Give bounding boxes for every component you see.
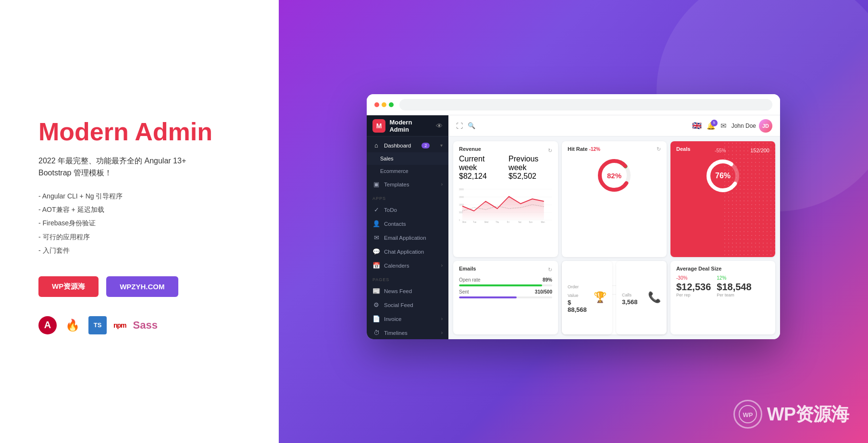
order-value: $ 88,568 bbox=[568, 299, 590, 313]
chevron-right-icon-cal: › bbox=[441, 263, 443, 268]
sidebar-header: M Modern Admin 👁 bbox=[367, 115, 448, 136]
avg-deal-pct-2: 12% bbox=[717, 275, 751, 281]
sent-label: Sent bbox=[459, 289, 469, 295]
angular-icon: A bbox=[38, 316, 57, 334]
sidebar-item-chat[interactable]: 💬 Chat Application bbox=[367, 245, 448, 258]
sidebar-label-chat: Chat Application bbox=[384, 249, 424, 255]
svg-text:15000: 15000 bbox=[459, 196, 464, 198]
sidebar-label-dashboard: Dashboard bbox=[384, 143, 411, 148]
avg-deal-label-2: Per team bbox=[717, 293, 751, 297]
svg-text:5000: 5000 bbox=[459, 211, 463, 214]
watermark: WP WP资源海 bbox=[733, 400, 849, 429]
sidebar-item-sales[interactable]: Sales bbox=[367, 152, 448, 165]
sidebar-item-contacts[interactable]: 👤 Contacts bbox=[367, 217, 448, 231]
avg-deal-label-1: Per rep bbox=[676, 293, 711, 297]
wp-button[interactable]: WP资源海 bbox=[38, 276, 99, 297]
sidebar-item-todo[interactable]: ✓ ToDo bbox=[367, 203, 448, 217]
left-panel: Modern Admin 2022 年最完整、功能最齐全的 Angular 13… bbox=[0, 0, 279, 443]
svg-text:10000: 10000 bbox=[459, 203, 464, 206]
avg-deal-card: Average Deal Size -30% $12,536 Per rep 1… bbox=[670, 261, 775, 335]
svg-text:WP: WP bbox=[743, 411, 753, 418]
sent-bar-fill bbox=[459, 296, 517, 298]
hitrate-title: Hit Rate -12% bbox=[568, 146, 600, 152]
search-bar[interactable]: 🔍 bbox=[468, 122, 478, 129]
svg-text:Wed: Wed bbox=[484, 220, 489, 223]
user-menu[interactable]: John Doe JD bbox=[732, 119, 772, 133]
firebase-icon: 🔥 bbox=[63, 316, 82, 334]
main-content: ⛶ 🔍 🇬🇧 🔔 5 ✉ John Doe JD bbox=[448, 115, 780, 339]
main-title: Modern Admin bbox=[38, 118, 250, 146]
dot-green bbox=[389, 102, 394, 107]
chevron-right-icon-tl: › bbox=[441, 330, 443, 335]
contacts-icon: 👤 bbox=[372, 220, 380, 227]
open-rate-bar-fill bbox=[459, 284, 542, 286]
sidebar-label-calenders: Calenders bbox=[384, 263, 409, 269]
sidebar-item-email[interactable]: ✉ Email Application bbox=[367, 231, 448, 245]
nav-section-apps: APPS bbox=[367, 191, 448, 203]
svg-text:Sat: Sat bbox=[518, 220, 521, 223]
sidebar-item-ecommerce[interactable]: Ecommerce bbox=[367, 165, 448, 177]
feature-3: - Firebase身份验证 bbox=[38, 218, 250, 228]
sidebar-item-calenders[interactable]: 📅 Calenders › bbox=[367, 258, 448, 272]
open-rate-bar bbox=[459, 284, 552, 286]
svg-text:Thu: Thu bbox=[496, 220, 499, 223]
avg-deal-item-2: 12% $18,548 Per team bbox=[717, 275, 751, 297]
prev-week-label: Previous week bbox=[508, 155, 538, 172]
emails-sent: Sent 310/500 bbox=[459, 289, 552, 298]
subtitle: 2022 年最完整、功能最齐全的 Angular 13+Bootstrap 管理… bbox=[38, 155, 250, 179]
emails-card: Emails ↻ Open rate 89% bbox=[453, 261, 558, 335]
emails-refresh-icon[interactable]: ↻ bbox=[548, 267, 552, 273]
user-name: John Doe bbox=[732, 123, 756, 129]
watermark-text: WP资源海 bbox=[767, 402, 849, 427]
chevron-right-icon-inv: › bbox=[441, 316, 443, 321]
timelines-icon: ⏱ bbox=[372, 329, 380, 336]
mail-icon[interactable]: ✉ bbox=[720, 122, 727, 130]
hitrate-title-text: Hit Rate bbox=[568, 146, 588, 152]
hitrate-refresh-icon[interactable]: ↻ bbox=[657, 146, 661, 152]
order-label: Order Value bbox=[568, 284, 579, 298]
sidebar-item-timelines[interactable]: ⏱ Timelines › bbox=[367, 326, 448, 339]
phone-icon: 📞 bbox=[648, 291, 661, 304]
deals-title: Deals bbox=[676, 146, 690, 152]
avg-deal-amount-2: $18,548 bbox=[717, 282, 751, 293]
svg-text:0: 0 bbox=[459, 219, 460, 222]
sidebar-item-templates[interactable]: ▣ Templates › bbox=[367, 177, 448, 191]
sent-value: 310/500 bbox=[535, 289, 552, 295]
hitrate-change: -12% bbox=[589, 147, 600, 152]
tech-icons: A 🔥 TS npm Sass bbox=[38, 316, 250, 334]
sidebar-label-socialfeed: Social Feed bbox=[384, 302, 413, 308]
typescript-icon: TS bbox=[88, 316, 107, 334]
chevron-right-icon: › bbox=[441, 182, 443, 187]
right-panel: M Modern Admin 👁 ⌂ Dashboard 2 ▾ Sales bbox=[279, 0, 868, 443]
sidebar-item-socialfeed[interactable]: ⚙ Social Feed bbox=[367, 298, 448, 312]
deals-count: 152/200 bbox=[750, 148, 769, 153]
sidebar-label-sales: Sales bbox=[380, 156, 394, 161]
order-calls-grid: Order Value $ 88,568 🏆 Calls 3,568 📞 bbox=[562, 261, 667, 335]
sidebar-label-templates: Templates bbox=[384, 182, 409, 187]
wpzyh-button[interactable]: WPZYH.COM bbox=[106, 276, 178, 297]
calls-info: Calls 3,568 bbox=[622, 290, 638, 306]
calls-card: Calls 3,568 📞 bbox=[616, 261, 667, 335]
nav-section-pages: PAGES bbox=[367, 272, 448, 284]
avg-deal-values: -30% $12,536 Per rep 12% $18,548 Per tea… bbox=[676, 275, 769, 297]
sidebar-label-contacts: Contacts bbox=[384, 221, 406, 227]
revenue-chart: Mon Tue Wed Thu Fri Sat Sun Mon 20000 15… bbox=[459, 185, 552, 223]
home-icon: ⌂ bbox=[372, 142, 380, 149]
flag-icon: 🇬🇧 bbox=[692, 121, 702, 130]
revenue-title: Revenue bbox=[459, 146, 481, 152]
sidebar-label-todo: ToDo bbox=[384, 207, 397, 213]
calls-value: 3,568 bbox=[622, 298, 638, 306]
refresh-icon[interactable]: ↻ bbox=[548, 148, 552, 154]
expand-icon[interactable]: ⛶ bbox=[456, 122, 463, 130]
sidebar-item-dashboard[interactable]: ⌂ Dashboard 2 ▾ bbox=[367, 138, 448, 152]
email-icon: ✉ bbox=[372, 234, 380, 241]
top-nav: ⛶ 🔍 🇬🇧 🔔 5 ✉ John Doe JD bbox=[448, 115, 780, 136]
sidebar-label-email: Email Application bbox=[384, 235, 426, 241]
socialfeed-icon: ⚙ bbox=[372, 301, 380, 308]
svg-text:Tue: Tue bbox=[473, 220, 476, 223]
npm-icon: npm bbox=[113, 316, 126, 334]
sidebar-item-invoice[interactable]: 📄 Invoice › bbox=[367, 312, 448, 326]
wp-circle-logo: WP bbox=[733, 400, 762, 429]
svg-text:Sun: Sun bbox=[529, 220, 533, 223]
sidebar-item-newsfeed[interactable]: 📰 News Feed bbox=[367, 284, 448, 298]
